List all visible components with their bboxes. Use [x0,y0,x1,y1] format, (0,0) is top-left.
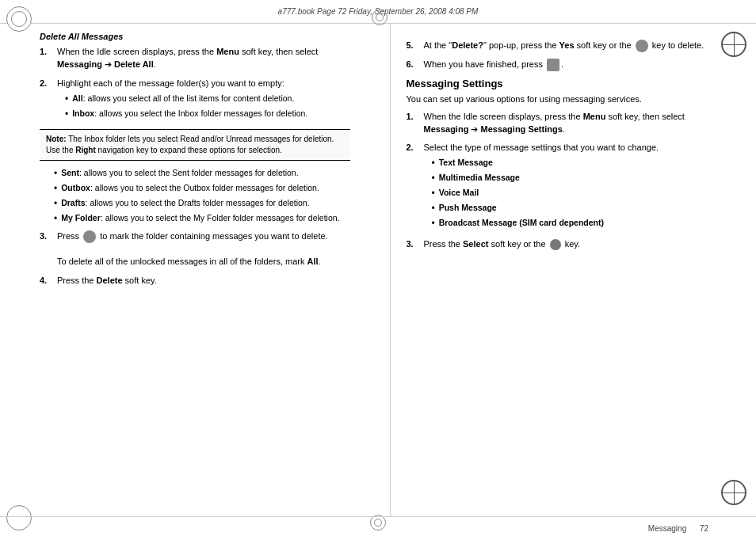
center-top-dec [372,10,384,22]
right-column: 5. At the "Delete?" pop-up, press the Ye… [390,24,717,516]
ms-step-3-text: Press the Select soft key or the key. [424,238,717,251]
msg-settings-title: Messaging Settings [407,78,717,89]
end-key-icon [547,59,559,71]
page-container: a777.book Page 72 Friday, September 26, … [0,0,756,540]
left-step-4: 4. Press the Delete soft key. [40,275,350,287]
footer-bar: Messaging 72 [0,516,756,540]
step-3-text: Press to mark the folder containing mess… [57,230,350,268]
bullet-outbox: • Outbox: allows you to select the Outbo… [54,182,350,196]
step-1-text: When the Idle screen displays, press the… [57,46,350,71]
ms-step-2-bullets: • Text Message • Multimedia Message • Vo… [432,157,717,230]
footer-text: Messaging 72 [648,524,708,533]
step-4-text: Press the Delete soft key. [57,275,350,287]
bullet-push-message: • Push Message [432,202,717,215]
note-box: Note: The Inbox folder lets you select R… [40,129,350,161]
bullet-text-message: • Text Message [432,157,717,170]
bullet-multimedia-message: • Multimedia Message [432,172,717,185]
corner-tl [6,6,35,35]
ms-step-2-text: Select the type of message settings that… [424,142,717,232]
ms-step-3-num: 3. [407,238,421,251]
msg-settings-intro: You can set up various options for using… [407,93,717,105]
bullet-voice-mail: • Voice Mail [432,187,717,200]
right-ms-step-3: 3. Press the Select soft key or the key. [407,238,717,251]
corner-tl-circle [6,6,32,32]
left-section-title: Delete All Messages [40,32,350,41]
right-ms-step-1: 1. When the Idle screen displays, press … [407,111,717,136]
step-2-num: 2. [40,78,54,124]
step-4-num: 4. [40,275,54,287]
step-5-num: 5. [407,40,421,52]
left-step-3: 3. Press to mark the folder containing m… [40,230,350,268]
left-column: Delete All Messages 1. When the Idle scr… [40,24,366,516]
ms-step-1-text: When the Idle screen displays, press the… [424,111,717,136]
corner-tr [721,32,750,60]
step-2-text: Highlight each of the message folder(s) … [57,78,350,124]
left-step-1: 1. When the Idle screen displays, press … [40,46,350,71]
right-step-5: 5. At the "Delete?" pop-up, press the Ye… [407,40,717,52]
step-5-text: At the "Delete?" pop-up, press the Yes s… [424,40,717,52]
left-step-2: 2. Highlight each of the message folder(… [40,78,350,124]
select-icon-3 [550,239,561,250]
corner-br-circle [721,480,746,505]
bullet-myfolder: • My Folder: allows you to select the My… [54,212,350,226]
bullet-inbox: • Inbox: allows you select the Inbox fol… [65,108,350,121]
bullet-all: • All: allows you select all of the list… [65,93,350,106]
right-ms-step-2: 2. Select the type of message settings t… [407,142,717,232]
bullet-sent: • Sent: allows you to select the Sent fo… [54,167,350,181]
center-top-circle [372,10,388,25]
step-6-num: 6. [407,59,421,71]
step-6-text: When you have finished, press . [424,59,717,71]
bullets-continued: • Sent: allows you to select the Sent fo… [54,167,350,225]
ms-step-1-num: 1. [407,111,421,136]
corner-br [721,480,750,508]
select-icon [83,230,96,243]
content-area: Delete All Messages 1. When the Idle scr… [40,24,716,516]
step-2-bullets: • All: allows you select all of the list… [65,93,350,121]
step-3-num: 3. [40,230,54,268]
bullet-drafts: • Drafts: allows you to select the Draft… [54,197,350,211]
bullet-broadcast-message: • Broadcast Message (SIM card dependent) [432,217,717,230]
select-icon-2 [636,40,648,52]
corner-tr-circle [721,32,746,57]
ms-step-2-num: 2. [407,142,421,232]
step-1-num: 1. [40,46,54,71]
right-step-6: 6. When you have finished, press . [407,59,717,71]
